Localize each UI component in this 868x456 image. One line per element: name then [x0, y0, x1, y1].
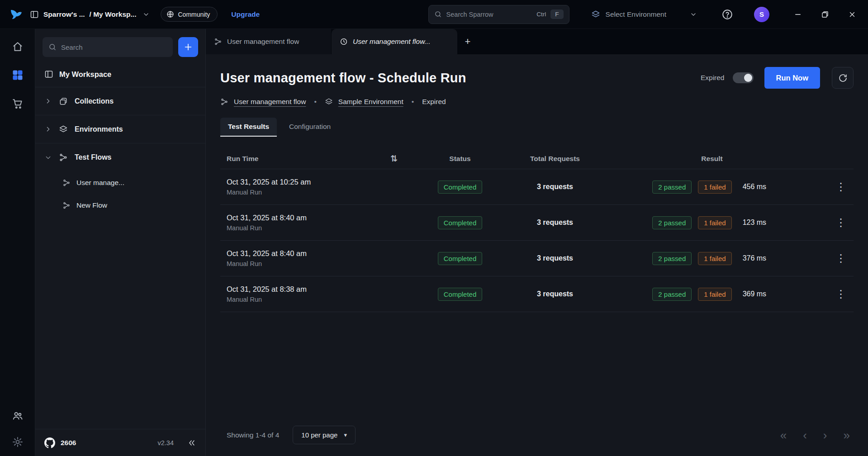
community-users-icon[interactable] — [12, 410, 24, 422]
row-menu-kebab-icon[interactable]: ⋮ — [828, 288, 854, 300]
table-row: Oct 31, 2025 at 10:25 am Manual Run Comp… — [220, 169, 854, 205]
close-icon[interactable] — [848, 10, 856, 19]
tab-user-management-flow[interactable]: User management flow — [206, 29, 332, 54]
chevron-right-icon[interactable] — [44, 125, 52, 133]
add-new-button[interactable] — [178, 37, 198, 57]
environment-select[interactable]: Select Environment — [591, 10, 697, 19]
table-footer: Showing 1-4 of 4 10 per page ▾ « ‹ › » — [220, 416, 854, 456]
marketplace-cart-icon[interactable] — [12, 98, 24, 109]
sidebar-top — [35, 29, 205, 64]
icon-rail — [0, 29, 35, 456]
collapse-sidebar-icon[interactable] — [187, 438, 196, 447]
workspace-switcher[interactable]: Sparrow's ... / My Worksp... — [30, 10, 150, 19]
status-badge: Completed — [438, 288, 483, 301]
run-now-button[interactable]: Run Now — [764, 67, 821, 89]
tab-label: User management flow — [227, 38, 299, 46]
run-time: Oct 31, 2025 at 8:38 am — [227, 285, 406, 294]
settings-gear-icon[interactable] — [12, 436, 24, 448]
page-title: User management flow - Schedule Run — [220, 71, 466, 86]
passed-badge: 2 passed — [652, 216, 692, 229]
status-badge: Completed — [438, 252, 483, 265]
environment-select-label: Select Environment — [606, 10, 666, 19]
last-page-icon[interactable]: » — [844, 429, 850, 441]
sidebar-item-label: Test Flows — [75, 153, 112, 162]
global-search-input[interactable] — [446, 11, 532, 18]
refresh-button[interactable] — [832, 67, 854, 89]
failed-badge: 1 failed — [698, 180, 731, 194]
sort-icon[interactable]: ⇅ — [390, 153, 398, 164]
community-button[interactable]: Community — [161, 7, 218, 22]
layers-icon — [59, 125, 68, 134]
app-version: v2.34 — [158, 439, 174, 446]
new-tab-button[interactable]: + — [457, 29, 478, 54]
failed-badge: 1 failed — [698, 252, 731, 265]
workspace-path: / My Worksp... — [90, 10, 137, 19]
flow-item-new-flow[interactable]: New Flow — [35, 194, 205, 217]
home-icon[interactable] — [12, 41, 24, 52]
breadcrumb: User management flow • Sample Environmen… — [220, 98, 854, 106]
next-page-icon[interactable]: › — [823, 429, 827, 441]
workspace-title: My Workspace — [59, 70, 111, 79]
row-menu-kebab-icon[interactable]: ⋮ — [828, 216, 854, 229]
workspace-header: My Workspace — [35, 64, 205, 87]
user-avatar[interactable]: S — [754, 7, 769, 22]
row-menu-kebab-icon[interactable]: ⋮ — [828, 180, 854, 193]
previous-page-icon[interactable]: ‹ — [803, 429, 807, 441]
sparrow-logo-icon — [9, 7, 24, 22]
sidebar-search[interactable] — [43, 37, 173, 57]
shortcut-letter-key: F — [550, 10, 563, 19]
minimize-icon[interactable] — [794, 10, 802, 19]
page-head-actions: Expired Run Now — [701, 67, 854, 89]
chevron-down-icon[interactable] — [44, 154, 52, 162]
tab-schedule-run[interactable]: User management flow... — [332, 29, 457, 54]
help-button[interactable] — [721, 9, 733, 20]
window-controls — [794, 10, 856, 19]
rail-bottom-group — [12, 410, 24, 448]
sidebar-item-environments[interactable]: Environments — [35, 115, 205, 143]
tab-test-results[interactable]: Test Results — [220, 118, 277, 137]
sidebar-item-label: Collections — [75, 97, 114, 105]
breadcrumb-environment-link[interactable]: Sample Environment — [338, 98, 403, 106]
globe-icon — [166, 10, 174, 18]
run-time: Oct 31, 2025 at 8:40 am — [227, 214, 406, 222]
run-type: Manual Run — [227, 224, 406, 232]
github-icon[interactable] — [44, 437, 55, 448]
flow-item-user-management[interactable]: User manage... — [35, 171, 205, 194]
passed-badge: 2 passed — [652, 180, 692, 194]
passed-badge: 2 passed — [652, 252, 692, 265]
sidebar-item-test-flows[interactable]: Test Flows — [35, 143, 205, 171]
tab-label: User management flow... — [353, 38, 430, 46]
chevron-right-icon[interactable] — [44, 97, 52, 105]
passed-badge: 2 passed — [652, 288, 692, 301]
chevron-down-icon — [142, 11, 150, 18]
per-page-select[interactable]: 10 per page ▾ — [293, 426, 356, 444]
restore-icon[interactable] — [821, 10, 829, 19]
flow-icon — [62, 201, 71, 209]
run-type: Manual Run — [227, 260, 406, 267]
run-time: Oct 31, 2025 at 10:25 am — [227, 178, 406, 186]
sidebar-item-collections[interactable]: Collections — [35, 87, 205, 115]
workspace-blocks-icon[interactable] — [11, 69, 24, 81]
global-search[interactable]: Ctrl F — [428, 5, 569, 24]
status-badge: Completed — [438, 180, 483, 194]
first-page-icon[interactable]: « — [780, 429, 787, 441]
content-tabs: Test Results Configuration — [220, 118, 854, 137]
upgrade-link[interactable]: Upgrade — [231, 10, 260, 19]
total-requests: 3 requests — [514, 290, 596, 298]
total-requests: 3 requests — [514, 254, 596, 262]
expired-toggle[interactable] — [733, 72, 754, 83]
chevron-down-icon — [690, 11, 697, 18]
row-menu-kebab-icon[interactable]: ⋮ — [828, 252, 854, 265]
breadcrumb-separator: • — [409, 98, 417, 106]
sidebar-search-input[interactable] — [61, 43, 167, 51]
breadcrumb-flow-link[interactable]: User management flow — [234, 98, 306, 106]
tab-configuration[interactable]: Configuration — [281, 118, 338, 137]
layers-icon — [591, 10, 600, 19]
clock-icon — [340, 38, 348, 46]
collections-stack-icon — [59, 97, 68, 106]
workspace-name: Sparrow's ... — [43, 10, 85, 19]
breadcrumb-status: Expired — [422, 98, 446, 106]
flow-icon — [62, 179, 71, 187]
community-label: Community — [178, 11, 210, 18]
failed-badge: 1 failed — [698, 288, 731, 301]
